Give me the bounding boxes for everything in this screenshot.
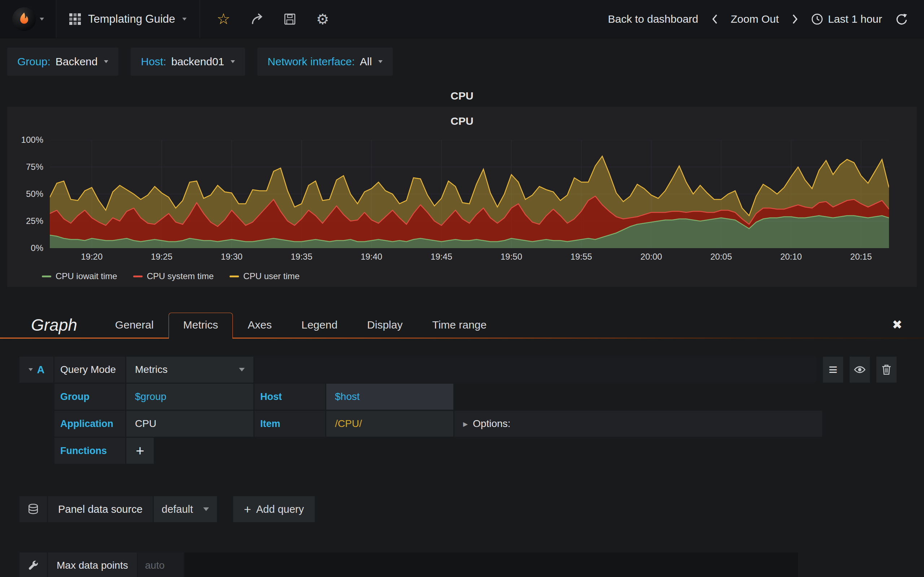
navbar-actions: ☆ ⚙ <box>200 0 329 38</box>
star-button[interactable]: ☆ <box>216 11 230 27</box>
variable-host[interactable]: Host: backend01 <box>131 48 245 76</box>
variable-network-interface[interactable]: Network interface: All <box>257 48 393 76</box>
options-toggle[interactable]: ▸ Options: <box>454 411 822 437</box>
refresh-button[interactable] <box>895 13 908 25</box>
x-axis-tick: 20:00 <box>630 252 673 262</box>
legend-item-user[interactable]: CPU user time <box>229 271 300 281</box>
cpu-graph-panel: CPU 100% 75% 50% 25% 0% 19:2019:2519:301… <box>7 107 917 287</box>
host-label: Host <box>254 384 325 410</box>
host-value-field[interactable]: $host <box>326 384 453 410</box>
x-axis-tick: 20:15 <box>840 252 883 262</box>
row-indent <box>19 384 53 410</box>
share-button[interactable] <box>250 13 263 26</box>
row-indent <box>19 438 53 464</box>
x-axis-tick: 20:10 <box>769 252 813 262</box>
tab-time-range[interactable]: Time range <box>417 313 501 338</box>
variable-group[interactable]: Group: Backend <box>7 48 118 76</box>
grafana-logo-menu[interactable] <box>0 0 56 38</box>
title-dropdown-caret-icon <box>182 18 187 21</box>
time-range-label: Last 1 hour <box>828 13 882 25</box>
query-actions: ≡ <box>823 357 897 383</box>
tab-axes[interactable]: Axes <box>233 313 287 338</box>
save-button[interactable] <box>284 13 296 25</box>
group-value-field[interactable]: $group <box>126 384 254 410</box>
query-row-functions: Functions + <box>19 438 897 464</box>
query-row-spacer <box>254 357 816 383</box>
datasource-icon-box <box>19 496 47 522</box>
chevron-down-icon <box>239 368 245 371</box>
dashboard-grid-icon <box>69 13 81 25</box>
variable-label: Host: <box>141 56 166 68</box>
options-caret-icon: ▸ <box>463 418 468 429</box>
query-row-application-item: Application CPU Item /CPU/ ▸ Options: <box>19 411 897 437</box>
add-query-label: Add query <box>256 503 304 515</box>
legend-label: CPU system time <box>147 271 214 281</box>
tab-metrics[interactable]: Metrics <box>168 313 233 338</box>
datasource-label: Panel data source <box>48 496 153 522</box>
panel-title[interactable]: CPU <box>0 87 924 105</box>
variable-value: All <box>360 56 372 68</box>
wrench-icon <box>27 560 39 571</box>
item-label: Item <box>254 411 325 437</box>
max-data-points-input[interactable] <box>138 553 183 577</box>
item-value-field[interactable]: /CPU/ <box>326 411 453 437</box>
application-value-field[interactable]: CPU <box>126 411 254 437</box>
add-function-button[interactable]: + <box>126 438 154 464</box>
grafana-logo <box>12 7 36 31</box>
cpu-graph[interactable]: 100% 75% 50% 25% 0% 19:2019:2519:3019:35… <box>50 140 889 248</box>
y-axis-tick: 50% <box>11 189 43 199</box>
chevron-left-icon[interactable] <box>711 14 718 24</box>
database-icon <box>27 503 39 515</box>
query-row-a: A Query Mode Metrics ≡ <box>19 357 897 383</box>
editor-tabs: General Metrics Axes Legend Display Time… <box>100 313 501 338</box>
max-data-points-spacer <box>184 553 798 577</box>
x-axis-tick: 19:20 <box>70 252 113 262</box>
variable-value: Backend <box>56 56 98 68</box>
datasource-select[interactable]: default <box>154 496 217 522</box>
query-menu-button[interactable]: ≡ <box>823 357 843 383</box>
query-mode-value: Metrics <box>135 364 168 376</box>
chevron-down-icon <box>203 508 209 511</box>
application-label: Application <box>55 411 125 437</box>
tab-display[interactable]: Display <box>352 313 417 338</box>
time-range-picker[interactable]: Last 1 hour <box>811 13 882 25</box>
add-query-button[interactable]: + Add query <box>233 496 315 522</box>
query-toggle-visibility-button[interactable] <box>850 357 870 383</box>
x-axis-tick: 19:45 <box>420 252 463 262</box>
y-axis-tick: 100% <box>11 135 43 145</box>
zoom-out-button[interactable]: Zoom Out <box>731 13 779 25</box>
x-axis-tick: 19:50 <box>490 252 533 262</box>
dashboard-title-menu[interactable]: Templating Guide <box>56 0 200 38</box>
query-mode-label: Query Mode <box>55 357 125 383</box>
panel-type-title: Graph <box>31 315 77 338</box>
tab-general[interactable]: General <box>100 313 168 338</box>
close-editor-button[interactable]: ✖ <box>892 318 903 338</box>
settings-button[interactable]: ⚙ <box>316 12 329 26</box>
legend-label: CPU user time <box>243 271 300 281</box>
variable-label: Group: <box>17 56 50 68</box>
legend-label: CPU iowait time <box>56 271 117 281</box>
x-axis-tick: 19:40 <box>350 252 393 262</box>
max-data-points-label: Max data points <box>48 553 137 577</box>
x-axis-tick: 19:30 <box>210 252 254 262</box>
legend-color-dash <box>229 276 239 277</box>
chevron-down-icon <box>104 60 108 63</box>
back-to-dashboard-button[interactable]: Back to dashboard <box>608 13 698 25</box>
query-editor: A Query Mode Metrics ≡ <box>0 338 924 464</box>
tab-legend[interactable]: Legend <box>287 313 352 338</box>
y-axis-tick: 25% <box>11 216 43 226</box>
variable-value: backend01 <box>171 56 225 68</box>
legend-color-dash <box>42 276 51 277</box>
legend-item-system[interactable]: CPU system time <box>133 271 214 281</box>
datasource-value: default <box>162 503 193 515</box>
variable-label: Network interface: <box>267 56 355 68</box>
functions-label: Functions <box>55 438 125 464</box>
legend-item-iowait[interactable]: CPU iowait time <box>42 271 117 281</box>
chevron-right-icon[interactable] <box>792 14 798 24</box>
tab-underline <box>0 338 924 338</box>
datasource-row: Panel data source default + Add query <box>19 496 924 522</box>
query-delete-button[interactable] <box>876 357 897 383</box>
query-mode-select[interactable]: Metrics <box>126 357 254 383</box>
query-ref-toggle[interactable]: A <box>19 357 53 383</box>
x-axis-tick: 19:55 <box>559 252 603 262</box>
